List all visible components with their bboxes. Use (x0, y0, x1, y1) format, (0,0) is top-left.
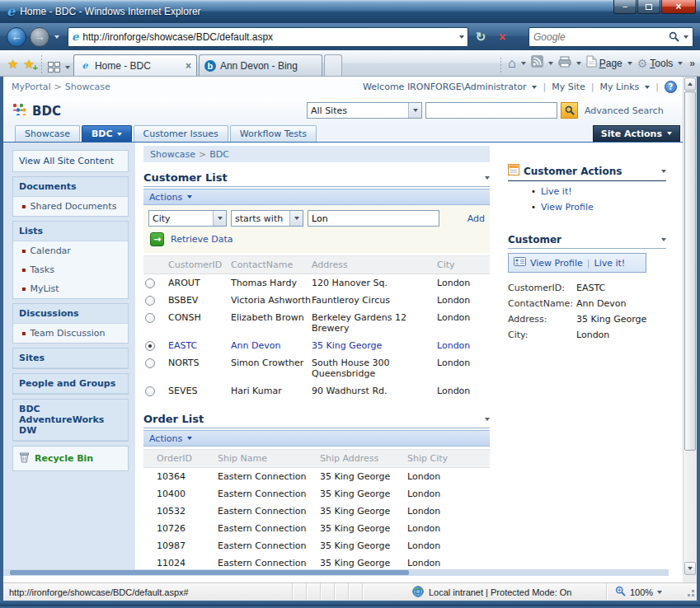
zoom-dropdown-icon[interactable] (657, 591, 662, 594)
tab-list-dropdown-icon[interactable] (65, 66, 70, 69)
feeds-icon[interactable] (531, 55, 543, 71)
new-tab-stub[interactable] (324, 54, 342, 76)
close-button[interactable]: × (661, 0, 696, 14)
zoom-control[interactable]: 100% (606, 583, 697, 601)
print-icon[interactable] (558, 56, 571, 71)
minimize-button[interactable]: – (613, 0, 637, 14)
row-select-radio[interactable] (145, 358, 155, 368)
address-url[interactable]: http://ironforge/showcase/BDC/default.as… (82, 31, 455, 43)
breadcrumb-current-link[interactable]: BDC (209, 149, 229, 160)
site-nav-tabs: ShowcaseBDCCustomer IssuesWorkflow Tests… (3, 124, 697, 143)
filter-value-input[interactable] (308, 210, 439, 227)
filter-field-select[interactable]: City (148, 210, 227, 227)
search-icon[interactable] (669, 31, 679, 42)
page-dropdown-icon[interactable] (627, 62, 632, 65)
sidebar-item-calendar[interactable]: ▪Calendar (13, 241, 128, 260)
scroll-up-button[interactable] (684, 77, 696, 91)
row-select-radio[interactable] (145, 278, 155, 288)
webpart-title-text: Order List (143, 413, 204, 425)
order-row-10364: 10364Eastern Connection35 King GeorgeLon… (143, 468, 490, 486)
sidebar-header-bdc-adventureworks-dw[interactable]: BDC AdventureWorks DW (13, 400, 128, 441)
quick-tabs-icon[interactable] (48, 62, 60, 72)
customer-action-link-live-it[interactable]: Live it! (541, 186, 572, 197)
sidebar-header-discussions[interactable]: Discussions (13, 304, 128, 324)
favorites-center-icon[interactable]: ★ (7, 57, 18, 72)
cell: Eastern Connection (216, 503, 318, 520)
view-all-site-content[interactable]: View All Site Content (12, 150, 129, 172)
site-search-input[interactable] (425, 102, 557, 119)
scrollbar-thumb[interactable] (10, 570, 409, 575)
feeds-dropdown-icon[interactable] (548, 62, 553, 65)
search-provider-dropdown-icon[interactable] (684, 35, 688, 39)
webpart-menu-icon[interactable] (485, 418, 490, 421)
row-select-radio[interactable] (145, 313, 155, 323)
breadcrumb-parent-link[interactable]: Showcase (150, 149, 195, 160)
stop-button[interactable]: × (493, 30, 511, 44)
history-dropdown-icon[interactable] (54, 35, 59, 39)
view-all-link[interactable]: View All Site Content (19, 156, 114, 166)
nav-tab-customer-issues[interactable]: Customer Issues (134, 125, 228, 142)
home-icon[interactable]: ⌂ (508, 57, 516, 70)
row-select-radio[interactable] (145, 341, 155, 351)
webpart-menu-icon[interactable] (485, 176, 490, 180)
print-dropdown-icon[interactable] (576, 62, 581, 65)
advanced-search-link[interactable]: Advanced Search (585, 105, 664, 116)
tools-dropdown-icon[interactable] (678, 62, 683, 65)
actions-menu[interactable]: Actions (149, 192, 182, 203)
add-favorite-icon[interactable]: ★+ (23, 57, 34, 72)
nav-tab-bdc[interactable]: BDC (82, 125, 132, 142)
address-dropdown-icon[interactable] (459, 35, 464, 39)
browser-tab-ann-devon-bing[interactable]: bAnn Devon - Bing (199, 54, 322, 76)
scrollbar-thumb[interactable] (684, 91, 696, 451)
my-links-menu[interactable]: My Links (600, 82, 640, 92)
sidebar-header-sites[interactable]: Sites (13, 348, 128, 368)
help-icon[interactable]: ? (665, 81, 677, 93)
nav-tab-workflow-tests[interactable]: Workflow Tests (230, 125, 317, 142)
view-profile-link[interactable]: View Profile (530, 258, 583, 269)
retrieve-data-icon[interactable]: → (150, 232, 164, 246)
sidebar-item-tasks[interactable]: ▪Tasks (13, 260, 128, 279)
maximize-button[interactable] (637, 0, 660, 14)
resize-grip[interactable] (692, 594, 694, 596)
scroll-down-button[interactable] (684, 562, 696, 575)
browser-tab-home-bdc[interactable]: eHome - BDC× (73, 54, 197, 76)
search-input[interactable] (533, 31, 665, 43)
row-select-radio[interactable] (145, 386, 155, 396)
breadcrumb-showcase-link[interactable]: Showcase (65, 82, 110, 92)
back-button[interactable]: ← (7, 27, 26, 47)
site-search-button[interactable] (561, 102, 578, 119)
filter-operator-select[interactable]: starts with (231, 210, 303, 227)
row-select-radio[interactable] (145, 296, 155, 306)
webpart-menu-icon[interactable] (661, 238, 666, 241)
address-bar[interactable]: e http://ironforge/showcase/BDC/default.… (68, 27, 468, 47)
nav-tab-showcase[interactable]: Showcase (15, 125, 80, 142)
page-menu[interactable]: Page (599, 58, 622, 69)
webpart-menu-icon[interactable] (661, 170, 666, 173)
welcome-menu[interactable]: Welcome IRONFORGE\Administrator (363, 82, 526, 92)
customer-action-link-view-profile[interactable]: View Profile (541, 202, 594, 213)
breadcrumb-myportal-link[interactable]: MyPortal (12, 82, 51, 92)
my-site-link[interactable]: My Site (552, 82, 585, 92)
sidebar-header-lists[interactable]: Lists (13, 222, 128, 241)
tab-close-icon[interactable]: × (186, 60, 191, 72)
recycle-bin[interactable]: Recycle Bin (12, 446, 129, 471)
separator: | (655, 82, 659, 92)
add-filter-link[interactable]: Add (467, 213, 485, 224)
horizontal-scrollbar[interactable] (3, 569, 669, 576)
sidebar-header-documents[interactable]: Documents (13, 177, 128, 197)
refresh-button[interactable]: ↻ (472, 30, 490, 44)
search-scope-select[interactable]: All Sites (307, 102, 422, 119)
sidebar-item-team-discussion[interactable]: ▪Team Discussion (13, 324, 128, 343)
sidebar-item-mylist[interactable]: ▪MyList (13, 279, 128, 298)
sidebar-item-shared-documents[interactable]: ▪Shared Documents (13, 197, 128, 216)
forward-button[interactable]: → (30, 27, 49, 47)
vertical-scrollbar[interactable] (683, 77, 697, 576)
home-dropdown-icon[interactable] (521, 62, 526, 65)
overflow-chevron-icon[interactable]: » (689, 58, 695, 69)
site-actions-button[interactable]: Site Actions (593, 125, 680, 142)
retrieve-data-link[interactable]: Retrieve Data (171, 234, 233, 245)
live-it-link[interactable]: Live it! (594, 258, 626, 269)
actions-menu[interactable]: Actions (149, 433, 182, 444)
sidebar-header-people-and-groups[interactable]: People and Groups (13, 374, 128, 394)
tools-menu[interactable]: Tools (650, 58, 673, 69)
